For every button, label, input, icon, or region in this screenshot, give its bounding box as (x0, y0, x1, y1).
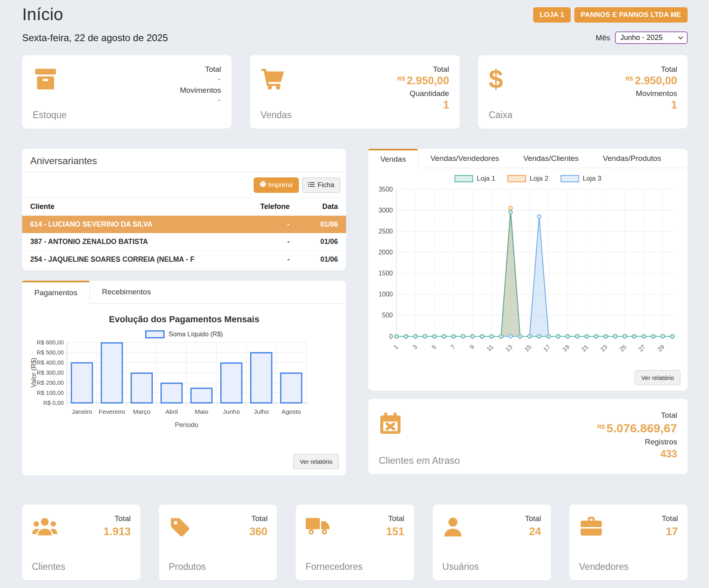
summary-card-vendedores[interactable]: VendedoresTotal17 (569, 505, 688, 580)
stat-cards-row: EstoqueTotal-Movimentos-VendasTotalR$2.9… (22, 55, 688, 129)
legend-label: Loja 1 (477, 175, 495, 183)
tab-pagamentos[interactable]: Pagamentos (22, 281, 90, 304)
summary-card-left: Vendedores (579, 513, 629, 572)
table-row[interactable]: 387 - ANTONIO ZENALDO BATISTA-01/06 (22, 233, 346, 251)
payments-bar-chart: R$ 0,00R$ 100,00R$ 200,00R$ 300,00R$ 400… (29, 340, 311, 431)
tab-vendas[interactable]: Vendas (368, 149, 418, 168)
month-row: Mês Junho - 2025 (596, 31, 688, 44)
payments-tabs: PagamentosRecebimentos (22, 281, 346, 304)
summary-card-label: Total (251, 514, 267, 523)
svg-text:Período: Período (175, 421, 198, 428)
aniversariantes-panel: Aniversariantes Imprimir Ficha Cliente T… (22, 149, 346, 271)
svg-text:1500: 1500 (378, 270, 393, 277)
summary-card-produtos[interactable]: ProdutosTotal360 (159, 505, 277, 580)
summary-card-left: Usuários (442, 513, 479, 572)
svg-text:19: 19 (561, 343, 571, 353)
svg-text:R$ 100,00: R$ 100,00 (37, 390, 64, 396)
summary-card-label: Total (662, 514, 678, 523)
payments-panel: PagamentosRecebimentos Evolução dos Paga… (22, 281, 346, 475)
summary-card-title: Usuários (442, 561, 479, 572)
stat-card-title: Estoque (33, 110, 67, 121)
summary-card-right: Total151 (386, 513, 405, 572)
summary-card-label: Total (525, 514, 541, 523)
svg-text:R$ 500,00: R$ 500,00 (37, 349, 64, 356)
stat-card-metrics: Total-Movimentos- (180, 64, 221, 121)
summary-card-fornecedores[interactable]: FornecedoresTotal151 (296, 505, 414, 580)
svg-text:Valor (R$): Valor (R$) (30, 358, 37, 388)
sales-footer: Ver relatório (368, 370, 688, 391)
right-column: VendasVendas/VendedoresVendas/ClientesVe… (368, 149, 688, 475)
payments-ver-relatorio-button[interactable]: Ver relatório (293, 454, 339, 469)
svg-text:R$ 300,00: R$ 300,00 (37, 369, 64, 376)
svg-text:Julho: Julho (254, 408, 269, 415)
svg-text:27: 27 (637, 343, 647, 353)
table-row[interactable]: 254 - JAQUELINE SOARES CORREIA (NELMA - … (22, 251, 346, 269)
chevron-down-icon (678, 34, 683, 40)
briefcase-icon (579, 516, 629, 538)
summary-card-usu-rios[interactable]: UsuáriosTotal24 (433, 505, 551, 580)
cart-icon (261, 67, 292, 91)
svg-text:17: 17 (542, 343, 552, 353)
store-button[interactable]: LOJA 1 (533, 7, 571, 23)
svg-text:Agosto: Agosto (282, 408, 301, 415)
overdue-left: Clientes em Atraso (379, 409, 460, 466)
month-select[interactable]: Junho - 2025 (615, 31, 688, 44)
stat-metric-value: 1 (671, 99, 677, 111)
stat-card-title: Vendas (261, 110, 292, 121)
printer-icon (260, 181, 266, 189)
svg-text:3500: 3500 (378, 186, 393, 193)
legend-swatch (507, 175, 526, 182)
stat-metric-value: - (218, 96, 221, 104)
ficha-button[interactable]: Ficha (302, 177, 340, 193)
overdue-registros-value: 433 (660, 448, 677, 460)
svg-text:Junho: Junho (223, 408, 240, 415)
stat-card-vendas: VendasTotalR$2.950,00Quantidade1 (250, 55, 459, 129)
stat-card-metrics: TotalR$2.950,00Quantidade1 (397, 64, 449, 121)
stat-metric-label: Total (661, 65, 677, 74)
store-buttons: LOJA 1 PANNOS E PANNOS LTDA ME (533, 7, 688, 23)
svg-text:2500: 2500 (378, 228, 393, 235)
svg-text:R$ 600,00: R$ 600,00 (37, 340, 64, 346)
legend-item[interactable]: Loja 3 (561, 175, 601, 183)
header: Início Sexta-feira, 22 de agosto de 2025… (22, 5, 688, 44)
aniversariantes-title: Aniversariantes (22, 149, 346, 173)
tab-vendas-clientes[interactable]: Vendas/Clientes (511, 149, 591, 168)
month-select-value: Junho - 2025 (620, 33, 663, 42)
sales-ver-relatorio-button[interactable]: Ver relatório (635, 370, 680, 385)
svg-text:Abril: Abril (165, 408, 178, 415)
tab-vendas-vendedores[interactable]: Vendas/Vendedores (418, 149, 511, 168)
company-button[interactable]: PANNOS E PANNOS LTDA ME (574, 7, 688, 23)
stat-metric-value: 1 (443, 99, 449, 111)
payments-chart: R$ 0,00R$ 100,00R$ 200,00R$ 300,00R$ 400… (29, 340, 346, 433)
tab-vendas-produtos[interactable]: Vendas/Produtos (591, 149, 674, 168)
svg-text:R$ 400,00: R$ 400,00 (37, 359, 64, 366)
imprimir-button[interactable]: Imprimir (254, 177, 299, 193)
stat-metric-value: R$2.950,00 (397, 75, 449, 86)
summary-card-title: Clientes (32, 561, 65, 572)
user-icon (442, 516, 479, 540)
legend-swatch (561, 175, 579, 182)
table-row[interactable]: 614 - LUCIANO SEVERINO DA SILVA-01/06 (22, 216, 346, 233)
svg-text:500: 500 (382, 312, 393, 319)
legend-label: Loja 2 (530, 175, 548, 183)
legend-item[interactable]: Loja 2 (507, 175, 548, 183)
overdue-total-label: Total (661, 411, 677, 420)
row-data: 01/06 (290, 255, 338, 264)
svg-text:Março: Março (133, 408, 150, 415)
tag-icon (169, 516, 206, 540)
summary-card-title: Fornecedores (305, 561, 363, 572)
summary-card-clientes[interactable]: ClientesTotal1.913 (22, 505, 140, 580)
legend-label: Loja 3 (583, 175, 601, 183)
stat-card-left: $Caixa (489, 64, 513, 121)
svg-text:9: 9 (468, 343, 475, 350)
svg-text:Janeiro: Janeiro (72, 408, 92, 415)
stat-metric-label: Movimentos (180, 86, 221, 95)
stat-metric-label: Movimentos (636, 89, 677, 98)
svg-text:11: 11 (485, 343, 494, 352)
legend-item[interactable]: Loja 1 (455, 175, 495, 183)
stat-card-title: Caixa (489, 110, 513, 121)
tab-recebimentos[interactable]: Recebimentos (90, 281, 163, 303)
row-telefone: - (221, 255, 290, 264)
stat-card-metrics: TotalR$2.950,00Movimentos1 (626, 64, 677, 121)
legend-swatch (455, 175, 473, 182)
